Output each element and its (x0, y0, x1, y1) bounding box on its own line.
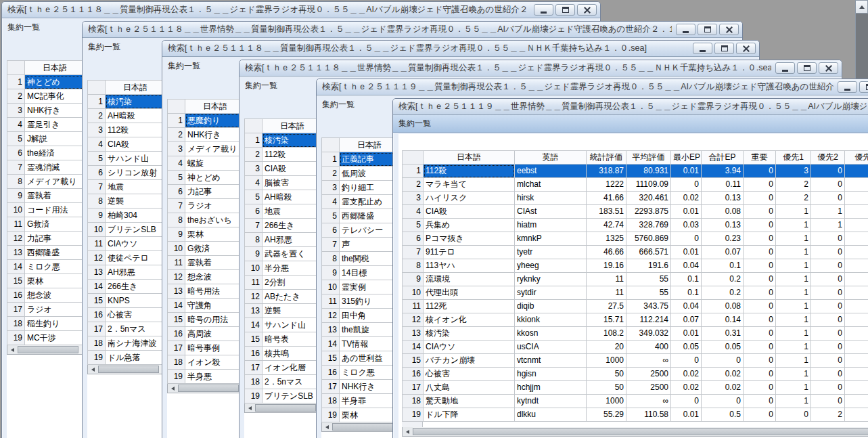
row-number-cell[interactable]: 11 (245, 276, 262, 290)
japanese-word-cell[interactable]: イオン化層 (262, 361, 323, 375)
cell-priority1[interactable]: 1 (776, 246, 811, 259)
list-item[interactable]: 6 テレパシー (322, 223, 400, 238)
row-number-cell[interactable]: 5 (88, 152, 106, 166)
scroll-left-button[interactable] (403, 427, 413, 436)
list-item[interactable]: 12 想念波 (168, 270, 246, 284)
scroll-left-button[interactable] (245, 403, 255, 412)
cell-english[interactable]: tyetr (515, 246, 587, 259)
cell-stat-eval[interactable]: 42.74 (587, 219, 626, 232)
cell-avg-eval[interactable]: 328.769 (626, 219, 671, 232)
row-number-header[interactable] (322, 138, 340, 152)
japanese-word-cell[interactable]: ドル急落 (106, 351, 166, 365)
japanese-word-cell[interactable]: メディア載り (185, 142, 246, 156)
row-number-cell[interactable]: 16 (322, 366, 340, 380)
cell-japanese[interactable]: CIAウソ (424, 341, 515, 354)
cell-priority2[interactable]: 0 (811, 313, 845, 327)
cell-stat-eval[interactable]: 20 (587, 341, 626, 354)
japanese-word-cell[interactable]: 力記事 (185, 185, 246, 199)
list-item[interactable]: 3 CIA殺 (245, 162, 323, 176)
cell-japanese[interactable]: 代理出頭 (424, 286, 515, 300)
row-number-cell[interactable]: 13 (322, 323, 340, 337)
row-number-cell[interactable]: 17 (7, 303, 25, 317)
japanese-column-header[interactable]: 日本語 (340, 138, 400, 152)
horizontal-scrollbar[interactable] (244, 403, 322, 413)
horizontal-scrollbar[interactable] (87, 365, 165, 374)
japanese-word-cell[interactable]: 半身罪 (340, 394, 400, 408)
cell-japanese[interactable]: ドル下降 (424, 408, 515, 422)
cell-priority1[interactable]: 2 (776, 178, 811, 192)
row-number-cell[interactable]: 18 (168, 355, 185, 370)
row-number-cell[interactable]: 10 (168, 242, 185, 256)
row-number-cell[interactable]: 17 (322, 380, 340, 394)
cell-priority1[interactable]: 0 (776, 408, 811, 422)
japanese-word-cell[interactable]: メディア載り (25, 175, 85, 189)
cell-total-ep[interactable]: 0 (702, 395, 744, 408)
japanese-word-cell[interactable]: 112殺 (262, 148, 323, 162)
list-item[interactable]: 3 メディア載り (168, 142, 246, 156)
list-item[interactable]: 11 315釣り (322, 294, 400, 309)
row-number-cell[interactable]: 4 (322, 195, 340, 209)
japanese-word-cell[interactable]: 想念波 (25, 288, 85, 303)
cell-priority3[interactable] (845, 259, 868, 273)
japanese-word-cell[interactable]: AH邪悪 (262, 233, 323, 247)
cell-priority2[interactable]: 0 (811, 395, 845, 408)
cell-japanese[interactable]: 113ヤハ (424, 259, 515, 273)
column-header-total-ep[interactable]: 合計EP (702, 151, 744, 165)
row-number-cell[interactable]: 19 (322, 408, 340, 422)
cell-priority3[interactable] (845, 205, 868, 219)
list-item[interactable]: 8 メディア載り (7, 175, 85, 189)
cell-priority1[interactable]: 1 (776, 341, 811, 354)
japanese-word-cell[interactable]: 112殺 (106, 123, 166, 137)
table-row[interactable]: 2 マラキ当て mlchat 1222 11109.09 0 0.11 0 2 … (403, 178, 868, 192)
list-item[interactable]: 12 ABたたき (245, 290, 323, 304)
cell-priority3[interactable] (845, 408, 868, 422)
list-item[interactable]: 18 2．5nマス (245, 375, 323, 389)
table-row[interactable]: 3 ハイリスク hirsk 41.66 320.461 0.02 0.13 0 … (403, 192, 868, 205)
cell-priority3[interactable] (845, 286, 868, 300)
row-number-cell[interactable]: 16 (245, 347, 262, 361)
list-item[interactable]: 15 KNPS (88, 294, 166, 308)
japanese-word-cell[interactable]: テレパシー (340, 223, 400, 238)
cell-important[interactable]: 0 (744, 259, 776, 273)
cell-min-ep[interactable]: 0.01 (671, 327, 702, 341)
row-number-cell[interactable]: 15 (7, 274, 25, 288)
row-number-cell[interactable]: 4 (245, 176, 262, 190)
list-item[interactable]: 5 神とどめ (168, 171, 246, 185)
list-item[interactable]: 1 神とどめ (7, 75, 85, 89)
cell-avg-eval[interactable]: 666.571 (626, 246, 671, 259)
row-number-cell[interactable]: 14 (7, 260, 25, 274)
maximize-button[interactable] (714, 43, 734, 54)
japanese-word-cell[interactable]: G救済 (25, 217, 85, 232)
row-number-cell[interactable]: 1 (88, 95, 106, 109)
japanese-word-cell[interactable]: 地震 (262, 204, 323, 219)
cell-total-ep[interactable]: 0.02 (702, 381, 744, 395)
list-item[interactable]: 15 栗林 (7, 274, 85, 288)
list-item[interactable]: 15 暗号表 (245, 332, 323, 347)
cell-english[interactable]: hchjjm (515, 381, 587, 395)
cell-total-ep[interactable]: 0.05 (702, 341, 744, 354)
cell-min-ep[interactable]: 0.1 (671, 286, 702, 300)
cell-stat-eval[interactable]: 19.16 (587, 259, 626, 273)
cell-japanese[interactable]: 兵集め (424, 219, 515, 232)
cell-important[interactable]: 0 (744, 341, 776, 354)
row-number-cell[interactable]: 11 (7, 217, 25, 232)
cell-avg-eval[interactable]: 400 (626, 341, 671, 354)
row-number-cell[interactable]: 2 (322, 167, 340, 181)
list-item[interactable]: 16 高周波 (168, 327, 246, 341)
japanese-word-cell[interactable]: 266生き (106, 280, 166, 294)
row-number-cell[interactable]: 1 (168, 114, 185, 128)
cell-min-ep[interactable]: 0.02 (671, 381, 702, 395)
cell-priority1[interactable]: 1 (776, 300, 811, 313)
japanese-word-cell[interactable]: 暗号用法 (185, 284, 246, 299)
cell-priority3[interactable] (845, 232, 868, 246)
japanese-word-cell[interactable]: 核汚染 (262, 133, 323, 148)
list-item[interactable]: 8 AH邪悪 (245, 233, 323, 247)
japanese-word-cell[interactable]: 霊実例 (340, 280, 400, 294)
cell-important[interactable]: 0 (744, 165, 776, 178)
japanese-word-cell[interactable]: コード用法 (25, 203, 85, 217)
column-header-important[interactable]: 重要 (744, 151, 776, 165)
row-number-cell[interactable]: 14 (245, 318, 262, 332)
row-number-cell[interactable]: 19 (168, 370, 185, 384)
mdi-vertical-scrollbar[interactable] (855, 0, 868, 83)
cell-stat-eval[interactable]: 50 (587, 368, 626, 381)
